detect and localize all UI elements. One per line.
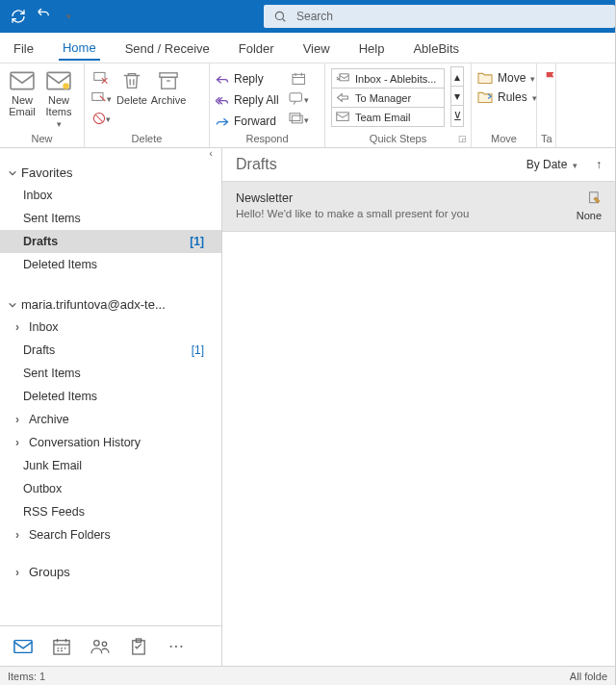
main-body: ‹ Favorites Inbox Sent Items Drafts[1] D… (0, 148, 615, 666)
tasks-view-icon[interactable] (129, 637, 148, 656)
tab-help[interactable]: Help (355, 36, 389, 60)
chevron-down-icon (573, 158, 578, 171)
svg-rect-11 (290, 114, 300, 121)
more-views-icon[interactable]: ··· (167, 637, 187, 656)
archive-button[interactable]: Archive (152, 67, 185, 106)
undo-icon[interactable] (35, 8, 52, 25)
qs-to-manager[interactable]: To Manager (331, 88, 445, 108)
svg-rect-14 (337, 113, 348, 121)
status-items: Items: 1 (8, 671, 45, 682)
group-new-label: New (6, 131, 78, 147)
svg-rect-16 (54, 640, 69, 653)
reply-button[interactable]: Reply (216, 69, 279, 89)
tab-home[interactable]: Home (59, 35, 100, 61)
forward-button[interactable]: Forward (216, 112, 279, 131)
message-list-pane: Drafts By Date ↑ Newsletter Hello! We'd … (222, 148, 615, 666)
tab-ablebits[interactable]: AbleBits (409, 36, 463, 60)
trash-icon (118, 69, 145, 92)
search-input[interactable]: Search (264, 5, 615, 28)
new-items-button[interactable]: New Items (42, 67, 75, 130)
sync-icon[interactable] (10, 8, 27, 25)
fav-deleted-items[interactable]: Deleted Items (0, 253, 221, 276)
qat-dropdown-icon[interactable] (60, 8, 77, 25)
acct-outbox[interactable]: Outbox (0, 477, 221, 500)
collapse-nav-icon[interactable]: ‹ (200, 147, 221, 161)
folder-pane: ‹ Favorites Inbox Sent Items Drafts[1] D… (0, 148, 222, 666)
message-subject: Newsletter (236, 191, 469, 205)
message-date: None (577, 210, 602, 221)
group-move-label: Move (477, 131, 530, 147)
favorites-header[interactable]: Favorites (0, 162, 221, 184)
more-respond-icon[interactable] (289, 111, 310, 128)
status-filter: All folde (570, 671, 607, 682)
expand-icon (15, 436, 27, 449)
qs-team-email[interactable]: Team Email (331, 107, 445, 127)
acct-search-folders[interactable]: Search Folders (0, 523, 221, 546)
draft-edit-icon (588, 191, 602, 207)
sort-button[interactable]: By Date ↑ (526, 158, 602, 171)
search-placeholder: Search (296, 10, 333, 23)
reply-all-button[interactable]: Reply All (216, 90, 279, 110)
acct-archive[interactable]: Archive (0, 408, 221, 431)
titlebar: Search (0, 0, 615, 33)
acct-junk-email[interactable]: Junk Email (0, 454, 221, 477)
envelope-icon (9, 69, 36, 92)
chevron-down-icon (57, 117, 62, 129)
acct-drafts[interactable]: Drafts[1] (0, 339, 221, 362)
account-header[interactable]: maria.trifuntova@adx-te... (0, 293, 221, 316)
people-view-icon[interactable] (90, 637, 110, 656)
svg-point-17 (94, 640, 99, 645)
qs-scroll-down[interactable]: ▾ (451, 87, 463, 106)
tab-view[interactable]: View (299, 36, 334, 60)
group-tags-label: Ta (541, 131, 555, 147)
tab-send-receive[interactable]: Send / Receive (121, 36, 214, 60)
svg-rect-13 (340, 74, 348, 81)
folder-title: Drafts (236, 156, 277, 173)
rules-button[interactable]: Rules (477, 90, 537, 104)
sort-arrow-icon: ↑ (596, 158, 602, 171)
message-item[interactable]: Newsletter Hello! We'd like to make a sm… (222, 181, 615, 232)
group-respond-label: Respond (216, 131, 319, 147)
archive-icon (155, 69, 182, 92)
fav-sent-items[interactable]: Sent Items (0, 207, 221, 230)
svg-rect-10 (290, 93, 301, 102)
svg-rect-9 (293, 74, 304, 84)
ignore-icon[interactable] (90, 69, 112, 87)
acct-inbox[interactable]: Inbox (0, 316, 221, 339)
svg-point-3 (63, 83, 69, 89)
mail-view-icon[interactable] (13, 637, 33, 656)
expand-icon (15, 566, 27, 579)
qs-dialog-launcher[interactable]: ◲ (458, 134, 467, 143)
tab-folder[interactable]: Folder (235, 36, 278, 60)
svg-point-0 (275, 12, 283, 19)
acct-conversation-history[interactable]: Conversation History (0, 431, 221, 454)
groups-header[interactable]: Groups (0, 560, 221, 583)
fav-inbox[interactable]: Inbox (0, 184, 221, 207)
svg-rect-12 (293, 115, 303, 123)
qs-inbox-ablebits[interactable]: Inbox - Ablebits... (331, 68, 445, 89)
calendar-view-icon[interactable] (52, 637, 71, 656)
delete-button[interactable]: Delete (116, 67, 148, 106)
move-button[interactable]: Move (477, 71, 537, 85)
flag-icon[interactable] (545, 71, 556, 88)
group-delete-label: Delete (90, 131, 203, 147)
acct-rss-feeds[interactable]: RSS Feeds (0, 500, 221, 523)
tab-file[interactable]: File (10, 36, 38, 60)
ribbon: New Email New Items New Delete Archive (0, 63, 615, 148)
expand-icon (15, 528, 27, 542)
svg-rect-8 (162, 77, 176, 89)
qs-expand[interactable]: ⊻ (451, 106, 463, 126)
im-icon[interactable] (289, 90, 310, 108)
new-email-button[interactable]: New Email (6, 67, 38, 117)
meeting-icon[interactable] (289, 70, 310, 88)
cleanup-icon[interactable] (90, 89, 112, 107)
fav-drafts[interactable]: Drafts[1] (0, 230, 221, 253)
junk-icon[interactable] (90, 110, 112, 127)
acct-deleted-items[interactable]: Deleted Items (0, 385, 221, 408)
expand-icon (15, 320, 27, 334)
qs-scroll-up[interactable]: ▴ (451, 67, 463, 87)
nav-switcher: ··· (0, 625, 221, 666)
acct-sent-items[interactable]: Sent Items (0, 362, 221, 385)
group-qs-label: Quick Steps (331, 131, 465, 147)
svg-point-18 (102, 642, 107, 647)
